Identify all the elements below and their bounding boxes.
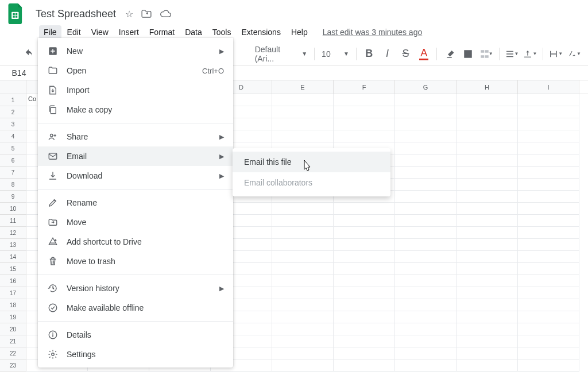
cell[interactable] [518, 287, 579, 299]
cell[interactable] [518, 215, 579, 227]
move-folder-icon[interactable] [141, 10, 152, 18]
cell[interactable] [272, 263, 334, 275]
cell[interactable] [457, 118, 518, 130]
cell[interactable] [395, 142, 457, 154]
cell[interactable] [395, 106, 457, 118]
cell[interactable] [518, 130, 579, 142]
cell[interactable] [457, 347, 518, 359]
cell[interactable] [457, 359, 518, 372]
row-header[interactable]: 1 [0, 94, 26, 106]
row-header[interactable]: 8 [0, 179, 26, 191]
cell[interactable] [395, 118, 457, 130]
file-menu-item[interactable]: Move [38, 212, 233, 232]
menu-insert[interactable]: Insert [114, 25, 144, 39]
cell[interactable] [334, 287, 395, 299]
cell[interactable] [272, 359, 334, 372]
row-header[interactable]: 5 [0, 142, 26, 154]
cell[interactable] [272, 275, 334, 287]
cell[interactable] [334, 323, 395, 335]
cell[interactable] [272, 94, 334, 106]
cell[interactable] [334, 239, 395, 251]
cell[interactable] [334, 130, 395, 142]
column-header[interactable]: H [457, 80, 518, 94]
menu-edit[interactable]: Edit [63, 25, 86, 39]
row-header[interactable]: 7 [0, 167, 26, 179]
cell[interactable] [457, 251, 518, 263]
cell[interactable] [334, 251, 395, 263]
row-header[interactable]: 3 [0, 118, 26, 130]
cell[interactable] [395, 130, 457, 142]
cell[interactable] [518, 251, 579, 263]
italic-button[interactable]: I [380, 46, 396, 62]
cell[interactable] [457, 191, 518, 203]
file-menu-item[interactable]: Share▶ [38, 127, 233, 146]
cell[interactable] [395, 203, 457, 215]
cell[interactable] [334, 215, 395, 227]
text-wrap-button[interactable]: ▼ [548, 46, 564, 62]
row-header[interactable]: 13 [0, 239, 26, 251]
cell[interactable] [457, 179, 518, 191]
bold-button[interactable]: B [361, 46, 377, 62]
cell[interactable] [518, 191, 579, 203]
menu-extensions[interactable]: Extensions [237, 25, 285, 39]
cell[interactable] [518, 275, 579, 287]
cell[interactable] [395, 227, 457, 239]
row-header[interactable]: 17 [0, 287, 26, 299]
file-menu-item[interactable]: Rename [38, 193, 233, 212]
cell[interactable] [518, 335, 579, 347]
row-header[interactable]: 11 [0, 215, 26, 227]
file-menu-item[interactable]: Settings [38, 345, 233, 364]
file-menu-item[interactable]: Make a copy [38, 100, 233, 119]
cell[interactable] [334, 275, 395, 287]
cell[interactable] [272, 347, 334, 359]
cell[interactable] [395, 239, 457, 251]
cell[interactable] [457, 203, 518, 215]
cell[interactable] [272, 335, 334, 347]
column-header[interactable]: G [395, 80, 457, 94]
cell[interactable] [457, 167, 518, 179]
cell[interactable] [395, 275, 457, 287]
cell[interactable] [334, 311, 395, 323]
row-header[interactable]: 2 [0, 106, 26, 118]
cell[interactable] [457, 263, 518, 275]
cell[interactable] [395, 287, 457, 299]
cell[interactable] [518, 263, 579, 275]
cell[interactable] [395, 191, 457, 203]
cell[interactable] [334, 347, 395, 359]
cell[interactable] [272, 251, 334, 263]
cell[interactable] [457, 215, 518, 227]
cell[interactable] [518, 347, 579, 359]
sheets-logo[interactable] [5, 2, 28, 25]
cell[interactable] [457, 275, 518, 287]
row-header[interactable]: 6 [0, 154, 26, 167]
cell[interactable] [395, 94, 457, 106]
column-header[interactable]: F [334, 80, 395, 94]
row-header[interactable]: 22 [0, 347, 26, 359]
cell[interactable] [395, 251, 457, 263]
cell[interactable] [395, 179, 457, 191]
cell[interactable] [518, 118, 579, 130]
menu-tools[interactable]: Tools [208, 25, 236, 39]
cell[interactable] [518, 227, 579, 239]
file-menu-item[interactable]: New▶ [38, 41, 233, 61]
cell[interactable] [518, 239, 579, 251]
cell[interactable] [457, 239, 518, 251]
cell[interactable] [334, 359, 395, 372]
cell[interactable] [518, 106, 579, 118]
cell[interactable] [457, 311, 518, 323]
file-menu-item[interactable]: OpenCtrl+O [38, 61, 233, 80]
menu-help[interactable]: Help [287, 25, 312, 39]
cell[interactable] [334, 94, 395, 106]
file-menu-item[interactable]: Details [38, 325, 233, 345]
file-menu-item[interactable]: Make available offline [38, 298, 233, 318]
row-header[interactable]: 12 [0, 227, 26, 239]
cell[interactable] [272, 311, 334, 323]
last-edit-link[interactable]: Last edit was 3 minutes ago [323, 28, 423, 37]
cell[interactable] [334, 106, 395, 118]
select-all-corner[interactable] [0, 80, 26, 94]
cell[interactable] [272, 118, 334, 130]
star-icon[interactable]: ☆ [125, 9, 133, 20]
cell[interactable] [395, 311, 457, 323]
row-header[interactable]: 16 [0, 275, 26, 287]
cell[interactable] [395, 323, 457, 335]
